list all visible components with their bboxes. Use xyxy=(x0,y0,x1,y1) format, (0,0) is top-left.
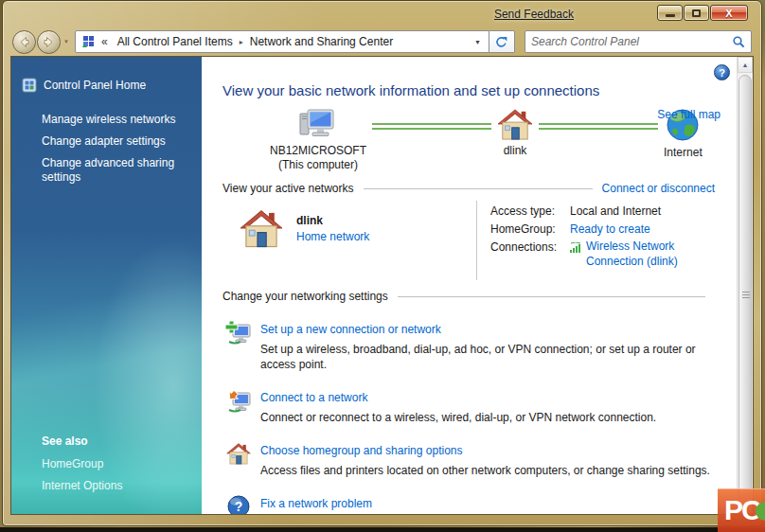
see-full-map-link[interactable]: See full map xyxy=(657,108,721,121)
task-fix-network-problem: ? Fix a network problem Diagnose and rep… xyxy=(224,494,715,514)
search-icon[interactable] xyxy=(732,35,745,48)
active-network-details: Access type: Local and Internet HomeGrou… xyxy=(476,201,715,280)
house-icon[interactable] xyxy=(240,208,283,248)
access-type-value: Local and Internet xyxy=(570,203,661,221)
breadcrumb-item-network-sharing-center[interactable]: Network and Sharing Center xyxy=(246,33,397,50)
connect-to-network-link[interactable]: Connect to a network xyxy=(260,391,367,404)
connections-label: Connections: xyxy=(490,239,570,269)
control-panel-icon xyxy=(81,35,96,49)
wireless-signal-icon xyxy=(570,242,582,253)
recent-pages-dropdown[interactable]: ▼ xyxy=(63,39,69,44)
scrollbar-grip xyxy=(742,292,750,300)
sidebar-item-internet-options[interactable]: Internet Options xyxy=(42,479,202,492)
main-content: ? View your basic network information an… xyxy=(202,57,753,514)
search-input[interactable] xyxy=(531,35,732,48)
address-bar: ▼ « All Control Panel Items ▸ Network an… xyxy=(3,27,761,56)
divider xyxy=(364,188,593,189)
homegroup-sharing-description: Access files and printers located on oth… xyxy=(260,463,710,478)
send-feedback-link[interactable]: Send Feedback xyxy=(494,8,574,21)
control-panel-home-icon xyxy=(22,78,37,93)
maximize-icon xyxy=(692,9,701,17)
homegroup-ready-link[interactable]: Ready to create xyxy=(570,221,650,239)
refresh-button[interactable] xyxy=(489,30,515,53)
access-type-label: Access type: xyxy=(490,203,570,221)
vertical-scrollbar[interactable]: ▲ ▼ xyxy=(737,57,753,514)
network-map: NB12MICROSOFT (This computer) xyxy=(270,108,715,172)
connect-network-icon xyxy=(224,388,253,425)
active-network-identity: dlink Home network xyxy=(240,201,476,280)
network-location-link[interactable]: Home network xyxy=(296,230,369,243)
map-computer-label: NB12MICROSOFT (This computer) xyxy=(270,144,366,172)
task-connect-to-network: Connect to a network Connect or reconnec… xyxy=(224,388,715,425)
sidebar-item-control-panel-home[interactable]: Control Panel Home xyxy=(22,78,202,93)
back-button[interactable] xyxy=(12,30,36,54)
help-question-icon: ? xyxy=(224,494,253,514)
wireless-connection-link[interactable]: Wireless Network Connection (dlink) xyxy=(586,239,715,269)
fix-network-problem-link[interactable]: Fix a network problem xyxy=(260,497,372,510)
forward-button[interactable] xyxy=(37,30,61,54)
connect-or-disconnect-link[interactable]: Connect or disconnect xyxy=(602,182,715,195)
window-body: Control Panel Home Manage wireless netwo… xyxy=(10,56,754,515)
map-network-label: dlink xyxy=(504,144,527,158)
map-internet-label: Internet xyxy=(664,146,703,160)
map-node-computer[interactable]: NB12MICROSOFT (This computer) xyxy=(270,108,366,172)
map-node-network[interactable]: dlink xyxy=(497,108,533,158)
scroll-up-button[interactable]: ▲ xyxy=(738,57,753,73)
setup-connection-description: Set up a wireless, broadband, dial-up, a… xyxy=(260,342,715,372)
task-setup-connection: Set up a new connection or network Set u… xyxy=(224,320,715,372)
breadcrumb-dropdown-icon[interactable]: ▼ xyxy=(471,39,485,45)
sidebar-item-change-advanced-sharing[interactable]: Change advanced sharing settings xyxy=(42,156,188,185)
task-homegroup-sharing: Choose homegroup and sharing options Acc… xyxy=(224,441,715,478)
window-controls: X xyxy=(656,5,748,21)
sidebar-item-manage-wireless-networks[interactable]: Manage wireless networks xyxy=(42,113,188,127)
homegroup-house-icon xyxy=(224,441,253,478)
setup-connection-icon xyxy=(224,320,253,372)
computer-icon xyxy=(298,108,338,140)
breadcrumb-overflow-chevrons[interactable]: « xyxy=(101,35,108,48)
networking-settings-header: Change your networking settings xyxy=(222,290,715,303)
refresh-icon xyxy=(494,35,508,49)
breadcrumb-separator-icon[interactable]: ▸ xyxy=(237,38,246,46)
divider xyxy=(398,296,705,297)
sidebar-see-also-section: See also HomeGroup Internet Options xyxy=(11,434,202,514)
title-bar[interactable]: Send Feedback X xyxy=(3,1,761,27)
sidebar-item-change-adapter-settings[interactable]: Change adapter settings xyxy=(42,134,188,149)
network-sharing-center-window: Send Feedback X ▼ xyxy=(2,0,762,526)
active-networks-header: View your active networks Connect or dis… xyxy=(222,182,715,195)
svg-text:?: ? xyxy=(235,499,243,514)
map-connection-line xyxy=(372,123,491,130)
pc-watermark: PC xyxy=(718,488,765,532)
sidebar: Control Panel Home Manage wireless netwo… xyxy=(11,57,202,514)
page-title: View your basic network information and … xyxy=(222,81,715,100)
back-arrow-icon xyxy=(18,36,30,48)
sidebar-item-label: Control Panel Home xyxy=(44,79,146,92)
close-button[interactable]: X xyxy=(710,5,748,21)
minimize-button[interactable] xyxy=(657,5,683,21)
maximize-button[interactable] xyxy=(684,5,709,21)
help-icon[interactable]: ? xyxy=(714,64,730,80)
homegroup-sharing-link[interactable]: Choose homegroup and sharing options xyxy=(260,444,462,457)
setup-connection-link[interactable]: Set up a new connection or network xyxy=(260,323,441,336)
search-box[interactable] xyxy=(525,30,752,53)
breadcrumb[interactable]: « All Control Panel Items ▸ Network and … xyxy=(75,30,489,53)
active-network-row: dlink Home network Access type: Local an… xyxy=(240,201,715,280)
homegroup-label: HomeGroup: xyxy=(490,221,570,239)
house-icon xyxy=(497,108,533,140)
networking-settings-label: Change your networking settings xyxy=(222,290,388,303)
sidebar-item-homegroup[interactable]: HomeGroup xyxy=(42,457,202,470)
connect-to-network-description: Connect or reconnect to a wireless, wire… xyxy=(260,410,656,425)
active-networks-label: View your active networks xyxy=(222,182,354,195)
map-connection-line xyxy=(539,123,658,130)
minimize-icon xyxy=(666,14,675,17)
forward-arrow-icon xyxy=(43,36,55,48)
active-network-name: dlink xyxy=(296,214,369,227)
breadcrumb-item-all-control-panel-items[interactable]: All Control Panel Items xyxy=(114,33,237,50)
scrollbar-thumb[interactable] xyxy=(738,75,752,501)
see-also-heading: See also xyxy=(42,434,202,448)
